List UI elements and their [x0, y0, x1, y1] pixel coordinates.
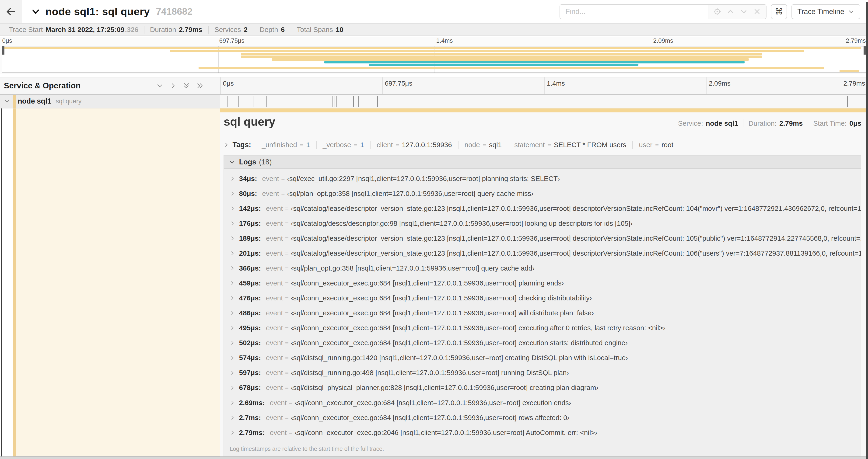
tag-value: root: [661, 141, 673, 149]
jaeger-trace-timeline-page: node sql1: sql query 7418682: [0, 0, 868, 459]
log-entry-row[interactable]: 459μs: event = ‹sql/conn_executor_exec.g…: [224, 276, 861, 291]
column-resize-grip[interactable]: [216, 82, 219, 90]
span-collapse-chevron-down-icon[interactable]: [4, 98, 10, 104]
log-entry-row[interactable]: 495μs: event = ‹sql/conn_executor_exec.g…: [224, 321, 861, 335]
tag-key: user: [639, 141, 652, 149]
log-entry-row[interactable]: 678μs: event = ‹sql/distsql_physical_pla…: [224, 380, 861, 395]
log-expand-chevron-right-icon: [229, 295, 235, 301]
log-marker-tick[interactable]: [847, 96, 848, 107]
log-marker-tick[interactable]: [335, 96, 335, 107]
log-expand-chevron-right-icon: [229, 176, 235, 182]
trace-summary-item: Services 2: [209, 26, 254, 33]
collapse-one-chevron-down-icon[interactable]: [156, 82, 163, 89]
log-marker-tick[interactable]: [264, 96, 265, 107]
find-clear-x-icon[interactable]: [750, 5, 764, 18]
log-entry-row[interactable]: 486μs: event = ‹sql/conn_executor_exec.g…: [224, 305, 861, 321]
minimap-right-scrubber-handle[interactable]: [864, 46, 866, 55]
span-row-node-sql1[interactable]: node sql1 sql query: [0, 95, 868, 108]
collapse-all-double-chevron-down-icon[interactable]: [183, 81, 190, 90]
ruler-tick: 0μs: [220, 77, 221, 94]
collapse-trace-chevron-down-icon[interactable]: [31, 7, 40, 16]
log-expand-chevron-right-icon: [229, 370, 235, 376]
span-detail-header: sql query Service: node sql1 Duration: 2…: [223, 115, 861, 129]
tag-item: node = sql1: [459, 141, 508, 149]
log-entry-row[interactable]: 2.7ms: event = ‹sql/conn_executor_exec.g…: [224, 410, 861, 425]
log-expand-chevron-right-icon: [229, 400, 235, 405]
minimap-span-row: [3, 50, 865, 52]
expand-all-double-chevron-right-icon[interactable]: [196, 82, 205, 89]
span-row-timeline-cell[interactable]: [220, 95, 868, 108]
log-marker-tick[interactable]: [337, 96, 337, 107]
log-marker-tick[interactable]: [239, 96, 239, 107]
log-marker-tick[interactable]: [353, 96, 354, 107]
service-name: node sql1: [18, 97, 51, 105]
minimap-tick-label: 1.4ms: [436, 37, 453, 44]
log-entry-row[interactable]: 502μs: event = ‹sql/conn_executor_exec.g…: [224, 335, 861, 350]
log-marker-tick[interactable]: [377, 96, 378, 107]
log-marker-tick[interactable]: [331, 96, 331, 107]
find-prev-chevron-up-icon[interactable]: [724, 5, 737, 18]
log-entry-row[interactable]: 176μs: event = ‹sql/catalog/descs/descri…: [224, 216, 861, 231]
log-entry-row[interactable]: 201μs: event = ‹sql/catalog/lease/descri…: [224, 246, 861, 261]
log-entry-row[interactable]: 597μs: event = ‹sql/distsql_running.go:4…: [224, 365, 861, 380]
logs-header[interactable]: Logs (18): [224, 156, 861, 169]
tags-expand-chevron-right-icon[interactable]: [223, 142, 229, 147]
log-entry-row[interactable]: 34μs: event = ‹sql/exec_util.go:2297 [ns…: [224, 171, 861, 186]
log-timestamp: 495μs:: [239, 324, 261, 332]
ruler-tick-label: 0μs: [223, 79, 234, 87]
meta-value: node sql1: [706, 120, 738, 127]
span-row-name-cell[interactable]: node sql1 sql query: [0, 95, 220, 108]
keyboard-shortcuts-button[interactable]: ⌘: [771, 4, 787, 19]
log-marker-tick[interactable]: [253, 96, 253, 107]
tag-equals: =: [300, 141, 303, 149]
focus-target-icon[interactable]: [711, 5, 724, 18]
tag-key: statement: [514, 141, 545, 149]
log-marker-tick[interactable]: [359, 96, 359, 107]
log-marker-tick[interactable]: [327, 96, 327, 107]
summary-value: 2: [244, 26, 248, 34]
log-marker-tick[interactable]: [267, 96, 267, 107]
span-detail-duration-bar: [220, 108, 868, 112]
minimap-canvas[interactable]: [2, 46, 866, 73]
log-entry-row[interactable]: 366μs: event = ‹sql/plan_opt.go:358 [nsq…: [224, 261, 861, 276]
log-marker-tick[interactable]: [305, 96, 305, 107]
find-input[interactable]: [560, 5, 708, 19]
span-meta-item: Service: node sql1: [673, 120, 744, 127]
log-timestamp: 2.69ms:: [239, 399, 265, 407]
log-entry-row[interactable]: 80μs: event = ‹sql/plan_opt.go:358 [nsql…: [224, 186, 861, 201]
log-message: ‹sql/conn_executor_exec.go:684 [nsql1,cl…: [291, 279, 564, 287]
minimap-span-row: [3, 56, 865, 58]
logs-collapse-chevron-down-icon[interactable]: [229, 159, 235, 165]
log-timestamp: 34μs:: [239, 175, 257, 183]
log-marker-tick[interactable]: [845, 96, 845, 107]
log-entry-row[interactable]: 2.69ms: event = ‹sql/conn_executor_exec.…: [224, 395, 861, 410]
minimap-left-scrubber-handle[interactable]: [2, 46, 4, 55]
window-scrollbar[interactable]: [866, 2, 868, 459]
view-selector-label: Trace Timeline: [797, 7, 844, 16]
log-expand-chevron-right-icon: [229, 206, 235, 211]
log-entry-row[interactable]: 142μs: event = ‹sql/catalog/lease/descri…: [224, 201, 861, 216]
log-marker-tick[interactable]: [227, 96, 228, 107]
tags-row[interactable]: Tags: _unfinished = 1 _verbose: [223, 141, 861, 149]
span-meta-item: Start Time: 0μs: [808, 120, 862, 127]
trace-summary-item: Trace Start March 31 2022, 17:25:09 .326: [3, 26, 145, 33]
back-button[interactable]: [0, 0, 22, 23]
find-next-chevron-down-icon[interactable]: [737, 5, 750, 18]
tag-item: _unfinished = 1: [255, 141, 316, 149]
log-marker-tick[interactable]: [333, 96, 333, 107]
span-detail-name-column[interactable]: [0, 108, 220, 456]
log-marker-tick[interactable]: [260, 96, 261, 107]
log-equals: =: [281, 175, 285, 182]
log-entry-row[interactable]: 574μs: event = ‹sql/distsql_running.go:1…: [224, 350, 861, 365]
tag-key: _unfinished: [261, 141, 297, 149]
log-entry-row[interactable]: 2.79ms: event = ‹sql/conn_executor_exec.…: [224, 425, 861, 440]
trace-view-selector[interactable]: Trace Timeline: [792, 4, 860, 19]
log-entry-row[interactable]: 476μs: event = ‹sql/conn_executor_exec.g…: [224, 291, 861, 305]
command-icon: ⌘: [775, 7, 783, 17]
log-entry-row[interactable]: 189μs: event = ‹sql/catalog/lease/descri…: [224, 231, 861, 246]
tags-label: Tags:: [232, 141, 251, 149]
log-message: ‹sql/plan_opt.go:358 [nsql1,client=127.0…: [287, 190, 533, 198]
expand-one-chevron-right-icon[interactable]: [169, 82, 177, 89]
log-expand-chevron-right-icon: [229, 415, 235, 421]
tree-scrollbar[interactable]: [1, 108, 2, 456]
